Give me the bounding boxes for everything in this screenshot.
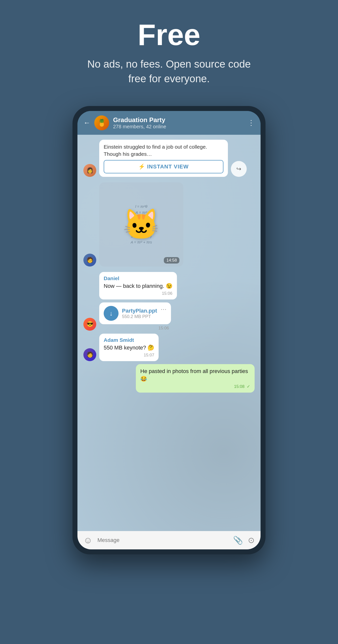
- link-bubble: Einstein struggled to find a job out of …: [99, 140, 228, 177]
- adam-time: 15:07: [104, 353, 154, 358]
- file-size: 550.2 MB PPT: [122, 314, 157, 319]
- file-bubble: ↓ PartyPlan.ppt 550.2 MB PPT ⋯: [99, 302, 171, 324]
- own-time: 15:08 ✓: [140, 384, 250, 389]
- phone-outer: ← 🍍 Graduation Party 278 members, 42 onl…: [72, 106, 266, 554]
- avatar-img: 👩: [83, 164, 96, 177]
- file-time: 15:06: [99, 326, 171, 331]
- chat-body: 👩 Einstein struggled to find a job out o…: [77, 135, 261, 531]
- adam-bubble: Adam Smidt 550 MB keynote? 🤔 15:07: [99, 334, 159, 361]
- cat-sticker: 🐱: [123, 207, 160, 242]
- more-button[interactable]: ⋮: [248, 119, 255, 127]
- avatar-adam: 🧑: [83, 348, 96, 361]
- own-text: He pasted in photos from all previous pa…: [140, 368, 250, 383]
- chat-header: ← 🍍 Graduation Party 278 members, 42 onl…: [77, 111, 261, 135]
- avatar-img-2: 🧑: [83, 254, 96, 266]
- adam-text: 550 MB keynote? 🤔: [104, 344, 154, 352]
- own-timestamp: 15:08: [234, 384, 245, 389]
- hero-subtitle: No ads, no fees. Open source code free f…: [82, 57, 256, 86]
- back-button[interactable]: ←: [83, 119, 90, 127]
- group-avatar-emoji: 🍍: [97, 119, 106, 127]
- phone-mockup: ← 🍍 Graduation Party 278 members, 42 onl…: [72, 106, 266, 554]
- group-name: Graduation Party: [113, 116, 244, 124]
- avatar-img-3: 😎: [83, 318, 96, 331]
- link-preview-row: 👩 Einstein struggled to find a job out o…: [83, 140, 255, 177]
- sticker-row: 🧑 l = πr²θ A = πr² V = l³ P = 2πr A = πr…: [83, 182, 255, 266]
- attach-button[interactable]: 📎: [233, 536, 243, 545]
- hero-section: Free No ads, no fees. Open source code f…: [72, 0, 266, 101]
- avatar-img-4: 🧑: [83, 348, 96, 361]
- daniel-sender: Daniel: [104, 276, 172, 282]
- file-name: PartyPlan.ppt: [122, 308, 157, 314]
- group-members: 278 members, 42 online: [113, 124, 244, 130]
- sticker-time: 14:58: [164, 257, 179, 264]
- sent-checkmark: ✓: [247, 384, 250, 389]
- daniel-text: Now — back to planning. 😉: [104, 282, 172, 290]
- share-icon: ↪: [236, 166, 241, 172]
- avatar-link: 👩: [83, 164, 96, 177]
- avatar-file: 😎: [83, 318, 96, 331]
- file-message-row: 😎 ↓ PartyPlan.ppt 550.2 MB PPT ⋯ 15:06: [83, 302, 255, 331]
- daniel-message-row: Daniel Now — back to planning. 😉 15:06: [83, 272, 255, 300]
- download-button[interactable]: ↓: [104, 306, 118, 321]
- adam-sender: Adam Smidt: [104, 337, 154, 343]
- camera-button[interactable]: ⊙: [248, 536, 255, 545]
- emoji-button[interactable]: ☺: [83, 535, 92, 546]
- own-message-row: He pasted in photos from all previous pa…: [83, 364, 255, 392]
- own-bubble: He pasted in photos from all previous pa…: [136, 364, 255, 392]
- instant-view-button[interactable]: ⚡ INSTANT VIEW: [104, 160, 223, 174]
- daniel-time: 15:06: [104, 291, 172, 296]
- group-avatar: 🍍: [94, 116, 109, 130]
- sticker-box: l = πr²θ A = πr² V = l³ P = 2πr A = πr² …: [99, 182, 183, 266]
- file-info: PartyPlan.ppt 550.2 MB PPT: [122, 308, 157, 319]
- lightning-icon: ⚡: [138, 164, 145, 170]
- file-more-button[interactable]: ⋯: [161, 306, 167, 313]
- avatar-sticker: 🧑: [83, 254, 96, 266]
- share-button[interactable]: ↪: [231, 161, 247, 177]
- message-input[interactable]: [97, 537, 228, 544]
- adam-message-row: 🧑 Adam Smidt 550 MB keynote? 🤔 15:07: [83, 334, 255, 361]
- input-bar: ☺ 📎 ⊙: [77, 531, 261, 550]
- link-preview-text: Einstein struggled to find a job out of …: [104, 143, 223, 158]
- hero-title: Free: [82, 20, 256, 50]
- phone-inner: ← 🍍 Graduation Party 278 members, 42 onl…: [77, 111, 261, 550]
- daniel-bubble: Daniel Now — back to planning. 😉 15:06: [99, 272, 177, 300]
- group-info: Graduation Party 278 members, 42 online: [113, 116, 244, 130]
- instant-view-label: INSTANT VIEW: [147, 164, 189, 170]
